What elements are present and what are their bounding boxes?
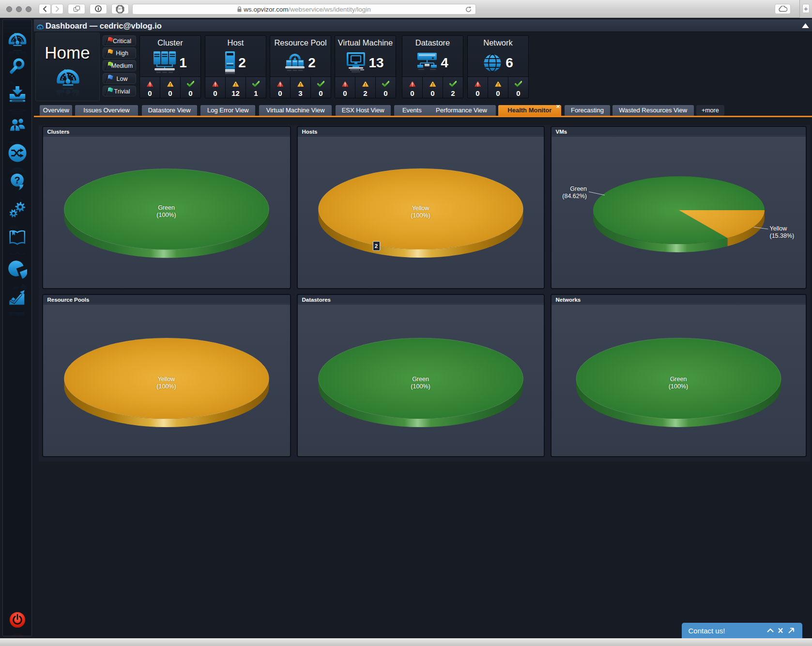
svg-text:?: ?	[14, 175, 20, 185]
